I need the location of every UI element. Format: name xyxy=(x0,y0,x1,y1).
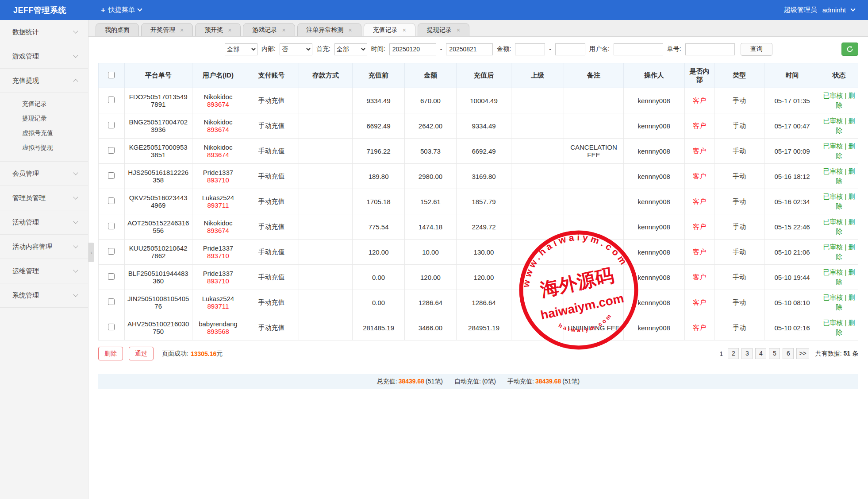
user-id-link[interactable]: 893711 xyxy=(195,302,241,310)
cell-type: 手动 xyxy=(714,265,764,290)
internal-customer-link[interactable]: 客户 xyxy=(693,273,706,281)
sidebar-group-运维管理[interactable]: 运维管理 xyxy=(0,259,88,283)
internal-customer-link[interactable]: 客户 xyxy=(693,197,706,205)
user-id-link[interactable]: 893674 xyxy=(195,227,241,234)
type-select[interactable]: 全部 xyxy=(225,43,257,55)
row-checkbox[interactable] xyxy=(108,97,115,103)
sidebar-item-虚拟号提现[interactable]: 虚拟号提现 xyxy=(0,140,88,155)
page-button-4[interactable]: 4 xyxy=(755,348,766,359)
internal-customer-link[interactable]: 客户 xyxy=(693,298,706,306)
user-id-link[interactable]: 893674 xyxy=(195,126,241,133)
user-id-link[interactable]: 893710 xyxy=(195,252,241,259)
status-approved-link[interactable]: 已审核 xyxy=(823,117,843,124)
status-approved-link[interactable]: 已审核 xyxy=(823,193,843,200)
user-menu-button[interactable]: adminht xyxy=(822,6,846,14)
sidebar-group-活动内容管理[interactable]: 活动内容管理 xyxy=(0,235,88,259)
close-icon[interactable]: × xyxy=(349,27,352,33)
search-button[interactable]: 查询 xyxy=(741,43,772,56)
row-checkbox[interactable] xyxy=(108,122,115,128)
sidebar-group-系统管理[interactable]: 系统管理 xyxy=(0,283,88,308)
internal-select[interactable]: 否 xyxy=(280,43,312,55)
tab-我的桌面[interactable]: 我的桌面 xyxy=(96,23,139,36)
internal-customer-link[interactable]: 客户 xyxy=(693,97,706,104)
status-separator: | xyxy=(843,167,848,175)
status-approved-link[interactable]: 已审核 xyxy=(823,167,843,175)
row-checkbox[interactable] xyxy=(108,197,115,204)
status-approved-link[interactable]: 已审核 xyxy=(823,92,843,99)
sidebar-group-管理员管理[interactable]: 管理员管理 xyxy=(0,186,88,210)
row-checkbox[interactable] xyxy=(108,147,115,154)
cell-type: 手动 xyxy=(714,164,764,189)
amount-max-input[interactable] xyxy=(555,43,585,55)
user-id-link[interactable]: 893710 xyxy=(195,277,241,285)
status-approved-link[interactable]: 已审核 xyxy=(823,142,843,150)
sidebar-group-数据统计[interactable]: 数据统计 xyxy=(0,20,88,44)
delete-button[interactable]: 删除 xyxy=(98,347,123,360)
row-checkbox[interactable] xyxy=(108,298,115,305)
internal-customer-link[interactable]: 客户 xyxy=(693,147,706,155)
refresh-icon xyxy=(846,46,853,53)
cell-type: 手动 xyxy=(714,315,764,340)
row-checkbox[interactable] xyxy=(108,324,115,330)
tab-预开奖[interactable]: 预开奖× xyxy=(195,23,241,36)
status-approved-link[interactable]: 已审核 xyxy=(823,268,843,276)
close-icon[interactable]: × xyxy=(403,27,406,33)
internal-customer-link[interactable]: 客户 xyxy=(693,324,706,331)
close-icon[interactable]: × xyxy=(457,27,460,33)
amount-min-input[interactable] xyxy=(515,43,545,55)
page-next-button[interactable]: >> xyxy=(796,348,809,359)
page-button-5[interactable]: 5 xyxy=(769,348,780,359)
tab-提现记录[interactable]: 提现记录× xyxy=(418,23,469,36)
tab-注单异常检测[interactable]: 注单异常检测× xyxy=(297,23,361,36)
tab-充值记录[interactable]: 充值记录× xyxy=(364,23,415,36)
row-checkbox[interactable] xyxy=(108,172,115,179)
first-charge-select[interactable]: 全部 xyxy=(334,43,367,55)
page-button-6[interactable]: 6 xyxy=(783,348,794,359)
status-approved-link[interactable]: 已审核 xyxy=(823,294,843,301)
cell-parent xyxy=(511,189,564,214)
status-approved-link[interactable]: 已审核 xyxy=(823,319,843,326)
tab-开奖管理[interactable]: 开奖管理× xyxy=(141,23,193,36)
user-id-link[interactable]: 893711 xyxy=(195,201,241,209)
refresh-button[interactable] xyxy=(841,43,858,56)
sidebar-group-label: 运维管理 xyxy=(12,267,74,275)
sidebar-group-活动管理[interactable]: 活动管理 xyxy=(0,210,88,235)
close-icon[interactable]: × xyxy=(282,27,285,33)
internal-customer-link[interactable]: 客户 xyxy=(693,122,706,129)
internal-customer-link[interactable]: 客户 xyxy=(693,172,706,180)
time-to-input[interactable] xyxy=(446,43,493,55)
user-id-link[interactable]: 893710 xyxy=(195,176,241,184)
user-id-link[interactable]: 893674 xyxy=(195,151,241,159)
user-id-link[interactable]: 893674 xyxy=(195,101,241,108)
username-input[interactable] xyxy=(614,43,663,55)
pass-button[interactable]: 通过 xyxy=(129,347,154,360)
close-icon[interactable]: × xyxy=(228,27,231,33)
user-id-link[interactable]: 893568 xyxy=(195,328,241,335)
sidebar-group-会员管理[interactable]: 会员管理 xyxy=(0,162,88,186)
tab-游戏记录[interactable]: 游戏记录× xyxy=(243,23,295,36)
close-icon[interactable]: × xyxy=(180,27,184,33)
sidebar-item-虚拟号充值[interactable]: 虚拟号充值 xyxy=(0,126,88,140)
internal-customer-link[interactable]: 客户 xyxy=(693,248,706,255)
sidebar-collapse-handle[interactable]: ‹ xyxy=(88,243,94,262)
chevron-down-icon xyxy=(137,6,142,11)
quick-menu-button[interactable]: + 快捷菜单 xyxy=(101,6,142,15)
sidebar-group-充值提现[interactable]: 充值提现 xyxy=(0,69,88,93)
select-all-checkbox[interactable] xyxy=(108,72,115,78)
order-input[interactable] xyxy=(685,43,735,55)
row-checkbox[interactable] xyxy=(108,223,115,229)
internal-customer-link[interactable]: 客户 xyxy=(693,223,706,230)
cell-parent xyxy=(511,88,564,113)
sidebar-item-充值记录[interactable]: 充值记录 xyxy=(0,97,88,111)
top-bar: JEFF管理系统 + 快捷菜单 超级管理员 adminht xyxy=(0,0,868,20)
page-button-2[interactable]: 2 xyxy=(728,348,739,359)
page-button-3[interactable]: 3 xyxy=(741,348,753,359)
time-from-input[interactable] xyxy=(389,43,436,55)
row-checkbox[interactable] xyxy=(108,248,115,255)
sidebar-item-提现记录[interactable]: 提现记录 xyxy=(0,111,88,126)
summary-label: 手动充值: xyxy=(507,378,534,386)
sidebar-group-游戏管理[interactable]: 游戏管理 xyxy=(0,44,88,69)
row-checkbox[interactable] xyxy=(108,273,115,280)
status-approved-link[interactable]: 已审核 xyxy=(823,218,843,225)
status-approved-link[interactable]: 已审核 xyxy=(823,243,843,251)
